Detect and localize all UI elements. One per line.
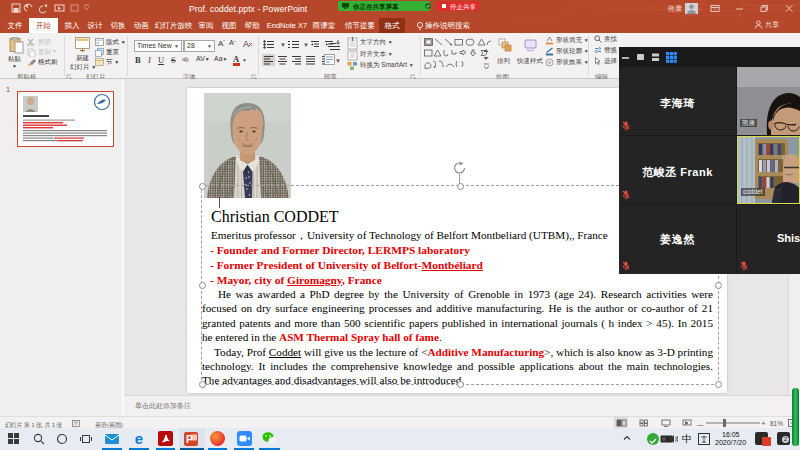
svg-text:A: A (243, 39, 249, 49)
svg-text:▼: ▼ (280, 42, 286, 48)
svg-text:▼: ▼ (335, 58, 340, 64)
svg-text:▼: ▼ (303, 42, 309, 48)
svg-text:P: P (186, 434, 193, 445)
